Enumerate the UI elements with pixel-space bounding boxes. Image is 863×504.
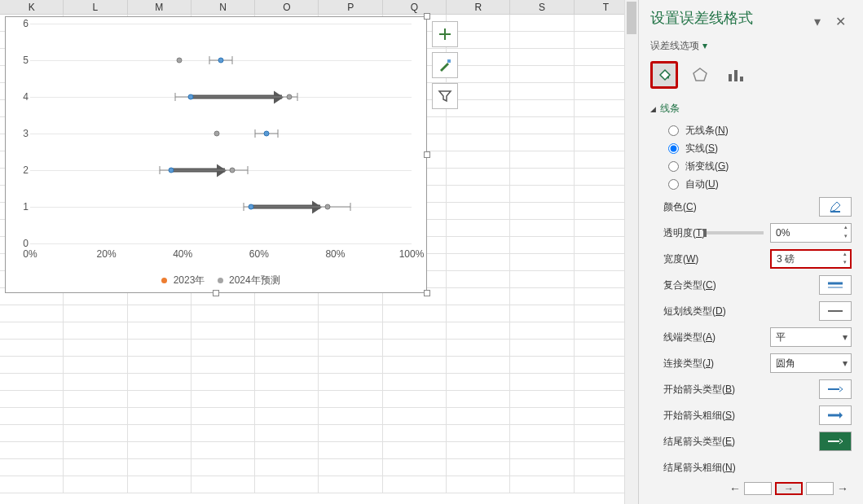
plot-area[interactable]: 01234560%20%40%60%80%100% xyxy=(30,24,412,243)
gradient-line-radio[interactable]: 渐变线(G) xyxy=(668,160,852,173)
chart-object[interactable]: 01234560%20%40%60%80%100% 2023年 2024年预测 xyxy=(5,16,427,293)
fill-line-tab[interactable] xyxy=(650,61,678,89)
join-type-label: 连接类型(J) xyxy=(663,357,770,370)
x-tick: 40% xyxy=(166,248,199,260)
join-type-dropdown[interactable]: 圆角 xyxy=(770,353,852,373)
legend-label: 2023年 xyxy=(174,274,205,286)
cap-type-dropdown[interactable]: 平 xyxy=(770,327,852,347)
error-bar-options-tab[interactable] xyxy=(722,61,750,89)
data-point[interactable] xyxy=(249,204,254,210)
y-tick: 3 xyxy=(14,128,29,139)
arrow-size-option[interactable] xyxy=(806,482,834,495)
lines-icon xyxy=(828,281,843,289)
y-tick: 1 xyxy=(14,201,29,213)
y-tick: 0 xyxy=(14,238,29,249)
begin-arrow-type-dropdown[interactable] xyxy=(819,379,852,399)
svg-rect-0 xyxy=(447,59,451,63)
x-tick: 60% xyxy=(243,248,275,260)
format-error-bars-panel: 设置误差线格式 ▾ ✕ 误差线选项▾ 线条 无线条(N) 实线(S) 渐变线(G… xyxy=(638,0,863,504)
scroll-thumb[interactable] xyxy=(627,2,636,34)
arrow-left-icon[interactable]: ← xyxy=(729,482,741,495)
data-point[interactable] xyxy=(187,94,193,100)
end-arrow-type-dropdown[interactable] xyxy=(819,432,852,451)
chart-legend[interactable]: 2023年 2024年预测 xyxy=(6,274,426,287)
y-tick: 6 xyxy=(14,18,29,29)
chart-side-buttons xyxy=(432,21,458,114)
svg-rect-2 xyxy=(734,70,738,81)
color-picker[interactable] xyxy=(819,197,852,217)
chevron-down-icon: ▾ xyxy=(702,40,707,51)
data-point[interactable] xyxy=(214,131,220,137)
data-point[interactable] xyxy=(230,168,236,173)
brush-icon xyxy=(438,58,452,72)
width-input[interactable]: 3 磅▴▾ xyxy=(770,249,852,269)
y-tick: 4 xyxy=(14,91,29,103)
data-point[interactable] xyxy=(218,58,224,64)
data-point[interactable] xyxy=(264,131,270,137)
transparency-slider[interactable] xyxy=(707,231,764,234)
dash-type-dropdown[interactable] xyxy=(819,301,852,321)
begin-arrow-size-dropdown[interactable] xyxy=(819,405,852,425)
col-header[interactable]: O xyxy=(255,0,319,14)
x-tick: 0% xyxy=(14,248,46,260)
task-pane-options-button[interactable]: ▾ xyxy=(806,10,829,33)
color-label: 颜色(C) xyxy=(663,200,819,214)
arrow-size-option[interactable] xyxy=(744,482,772,495)
x-tick: 20% xyxy=(90,248,123,260)
arrow-right-icon[interactable]: → xyxy=(837,482,848,495)
solid-line-radio[interactable]: 实线(S) xyxy=(668,142,852,156)
chart-filter-button[interactable] xyxy=(432,83,458,109)
pentagon-icon xyxy=(691,66,709,84)
svg-rect-3 xyxy=(740,77,743,81)
arrow-size-icon xyxy=(828,411,843,419)
transparency-input[interactable]: 0%▴▾ xyxy=(770,223,852,243)
compound-type-label: 复合类型(C) xyxy=(663,278,819,292)
pencil-icon xyxy=(829,200,842,213)
compound-type-dropdown[interactable] xyxy=(819,275,852,295)
effects-tab[interactable] xyxy=(686,61,714,89)
col-header[interactable]: M xyxy=(128,0,192,14)
data-point[interactable] xyxy=(287,94,293,100)
resize-handle[interactable] xyxy=(424,290,430,296)
resize-handle[interactable] xyxy=(424,151,430,158)
col-header[interactable]: S xyxy=(510,0,574,14)
cap-type-label: 线端类型(A) xyxy=(663,331,770,344)
funnel-icon xyxy=(438,89,452,103)
arrow-line-icon xyxy=(828,437,843,445)
line-section-header[interactable]: 线条 xyxy=(650,102,852,116)
paint-bucket-icon xyxy=(655,66,673,84)
transparency-label: 透明度(T) xyxy=(663,226,707,240)
col-header[interactable]: K xyxy=(0,0,64,14)
close-button[interactable]: ✕ xyxy=(829,10,852,33)
svg-rect-1 xyxy=(729,74,732,81)
panel-title: 设置误差线格式 xyxy=(650,8,753,28)
error-bar-options-dropdown[interactable]: 误差线选项▾ xyxy=(650,39,852,53)
resize-handle[interactable] xyxy=(213,290,219,296)
chart-elements-button[interactable] xyxy=(432,21,458,47)
col-header[interactable]: P xyxy=(319,0,382,14)
plus-icon xyxy=(438,27,452,42)
column-headers: K L M N O P Q R S T xyxy=(0,0,638,15)
begin-arrow-type-label: 开始箭头类型(B) xyxy=(663,383,819,397)
col-header[interactable]: L xyxy=(64,0,127,14)
y-tick: 5 xyxy=(14,55,29,66)
resize-handle[interactable] xyxy=(424,13,430,20)
data-point[interactable] xyxy=(176,58,182,64)
data-point[interactable] xyxy=(325,204,331,210)
chart-styles-button[interactable] xyxy=(432,52,458,78)
no-line-radio[interactable]: 无线条(N) xyxy=(668,124,852,138)
dash-icon xyxy=(828,309,843,313)
end-arrow-size-gallery: ← → xyxy=(650,481,852,496)
auto-line-radio[interactable]: 自动(U) xyxy=(668,177,852,191)
legend-marker xyxy=(161,278,167,283)
spreadsheet-area: K L M N O P Q R S T xyxy=(0,0,638,504)
col-header[interactable]: R xyxy=(447,0,510,14)
bars-icon xyxy=(727,66,745,84)
legend-label: 2024年预测 xyxy=(229,274,280,286)
col-header[interactable]: N xyxy=(192,0,255,14)
arrow-size-option-selected[interactable] xyxy=(775,482,803,495)
vertical-scrollbar[interactable] xyxy=(624,0,638,504)
x-tick: 80% xyxy=(319,248,351,260)
col-header[interactable]: Q xyxy=(383,0,447,14)
data-point[interactable] xyxy=(169,168,174,173)
